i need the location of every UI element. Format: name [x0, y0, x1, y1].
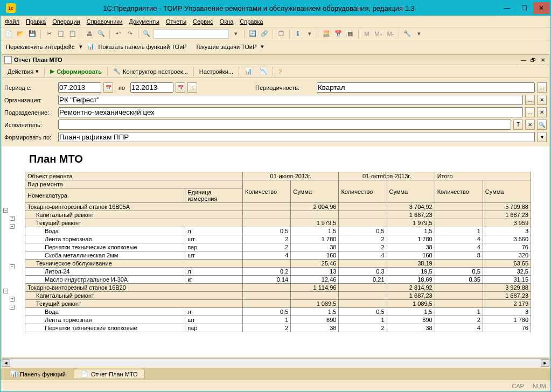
org-input[interactable] [58, 95, 523, 105]
unit-clear-button[interactable]: ✕ [537, 107, 547, 117]
minimize-button[interactable]: — [499, 2, 515, 14]
m-plus-icon[interactable]: M+ [374, 29, 383, 39]
unit-select-button[interactable]: … [525, 107, 535, 117]
save-icon[interactable]: 💾 [27, 29, 37, 39]
new-icon[interactable]: 📄 [4, 29, 13, 39]
tools-dropdown-icon[interactable]: ▾ [414, 29, 424, 39]
formby-input[interactable] [58, 132, 535, 142]
exec-input[interactable] [58, 120, 511, 130]
menu-references[interactable]: Справочники [87, 18, 123, 25]
date-range-button[interactable]: … [187, 82, 197, 93]
collapse-icon[interactable]: − [10, 305, 15, 310]
switch-interface-button[interactable]: Переключить интерфейс [4, 44, 77, 50]
tab-panel[interactable]: 📊 Панель функций [3, 369, 73, 379]
unit-input[interactable] [58, 107, 523, 117]
date-to-picker-icon[interactable]: 📅 [176, 82, 185, 93]
table-row[interactable]: Водал0,51,50,51,513 [25, 227, 531, 235]
action-icon2[interactable]: 📉 [256, 67, 270, 76]
list-icon[interactable]: ▦ [345, 29, 355, 39]
panel-icon[interactable]: 📊 [87, 43, 94, 50]
table-row[interactable]: Токарно-винторезный станок 16В201 114,96… [25, 284, 531, 292]
scroll-right-icon[interactable]: ► [541, 359, 549, 367]
help-icon[interactable]: ? [275, 67, 285, 76]
search-dropdown-icon[interactable]: ▾ [231, 29, 241, 39]
table-row[interactable]: Перчатки технические хлопковыепар2382384… [25, 324, 531, 332]
settings-button[interactable]: Настройки... [196, 67, 236, 76]
link-icon[interactable]: 🔗 [260, 29, 269, 39]
info-icon[interactable]: ℹ [293, 29, 303, 39]
doc-restore-button[interactable]: 🗗 [529, 56, 537, 64]
periodicity-input[interactable] [317, 82, 535, 93]
redo-icon[interactable]: ↷ [125, 29, 135, 39]
expand-icon[interactable]: + [10, 297, 15, 302]
doc-minimize-button[interactable]: — [520, 56, 527, 64]
exec-clear-button[interactable]: ✕ [525, 120, 535, 130]
tasks-dropdown-icon[interactable]: ▾ [261, 43, 264, 50]
menu-help[interactable]: Справка [240, 18, 263, 25]
table-row[interactable]: Перчатки технические хлопковыепар2382384… [25, 243, 531, 251]
org-select-button[interactable]: … [525, 95, 535, 105]
formby-dropdown-button[interactable]: ▾ [537, 132, 547, 142]
action-icon1[interactable]: 📊 [241, 67, 255, 76]
horizontal-scrollbar[interactable]: ◄ ► [2, 358, 549, 367]
menu-reports[interactable]: Отчеты [166, 18, 186, 25]
collapse-icon[interactable]: − [10, 264, 15, 269]
maximize-button[interactable]: ☐ [516, 2, 532, 14]
menu-file[interactable]: Файл [5, 18, 19, 25]
table-row[interactable]: Масло индустриальное И-30Акг0,1412,460,2… [25, 276, 531, 284]
exec-type-button[interactable]: T [513, 120, 523, 130]
menu-service[interactable]: Сервис [193, 18, 213, 25]
org-clear-button[interactable]: ✕ [537, 95, 547, 105]
collapse-icon[interactable]: − [10, 224, 15, 229]
info-dropdown-icon[interactable]: ▾ [305, 29, 315, 39]
undo-icon[interactable]: ↶ [113, 29, 123, 39]
constructor-button[interactable]: 🔧 Конструктор настроек... [110, 67, 191, 76]
date-from-input[interactable] [58, 82, 101, 93]
date-from-picker-icon[interactable]: 📅 [103, 82, 113, 93]
search-icon[interactable]: 🔍 [142, 29, 151, 39]
refresh-icon[interactable]: 🔄 [248, 29, 257, 39]
tools-icon[interactable]: 🔧 [402, 29, 412, 39]
show-panel-button[interactable]: Показать панель функций ТОиР [96, 44, 189, 50]
search-input[interactable] [154, 29, 229, 39]
table-row[interactable]: Лента тормознаяшт21 78021 78043 560 [25, 235, 531, 243]
actions-button[interactable]: Действия ▾ [4, 67, 42, 76]
scroll-left-icon[interactable]: ◄ [2, 359, 10, 367]
cut-icon[interactable]: ✂ [44, 29, 54, 39]
calc-icon[interactable]: 🧮 [322, 29, 331, 39]
print-icon[interactable]: 🖶 [85, 29, 94, 39]
windows-icon[interactable]: ❐ [276, 29, 286, 39]
table-row[interactable]: Текущий ремонт1 979,51 979,53 959 [25, 219, 531, 227]
open-icon[interactable]: 📂 [16, 29, 25, 39]
table-row[interactable]: Лента тормознаяшт1890189021 780 [25, 316, 531, 324]
collapse-icon[interactable]: − [3, 289, 8, 293]
copy-icon[interactable]: 📋 [56, 29, 66, 39]
menu-operations[interactable]: Операции [52, 18, 80, 25]
menu-windows[interactable]: Окна [220, 18, 234, 25]
date-to-input[interactable] [130, 82, 173, 93]
table-row[interactable]: Техническое обслуживание25,4638,1963,65 [25, 260, 531, 268]
table-row[interactable]: Скоба металлическая 2ммшт416041608320 [25, 251, 531, 260]
m-icon[interactable]: M [362, 29, 372, 39]
switch-dropdown-icon[interactable]: ▾ [79, 43, 82, 50]
menu-documents[interactable]: Документы [129, 18, 159, 25]
m-minus-icon[interactable]: M- [386, 29, 395, 39]
expand-icon[interactable]: + [10, 216, 15, 221]
periodicity-select-button[interactable]: … [537, 82, 547, 93]
table-row[interactable]: Капитальный ремонт1 687,231 687,23 [25, 292, 531, 300]
preview-icon[interactable]: 🔍 [96, 29, 106, 39]
form-button[interactable]: ▶Сформировать [47, 67, 105, 76]
report-area[interactable]: −+−−−+− План МТО Объект ремонта 01-июля-… [2, 146, 549, 358]
doc-close-button[interactable]: ✕ [539, 56, 547, 64]
table-row[interactable]: Текущий ремонт1 089,51 089,52 179 [25, 300, 531, 308]
tab-report[interactable]: 📄 Отчет План МТО [74, 369, 145, 379]
current-tasks-button[interactable]: Текущие задачи ТОиР [193, 44, 259, 50]
table-row[interactable]: Литол-24л0,2130,319,50,532,5 [25, 268, 531, 276]
close-button[interactable]: ✕ [533, 2, 549, 14]
exec-search-button[interactable]: 🔍 [537, 120, 547, 130]
table-row[interactable]: Токарно-винторезный станок 16В05А2 004,9… [25, 203, 531, 211]
paste-icon[interactable]: 📋 [68, 29, 78, 39]
collapse-icon[interactable]: − [3, 208, 8, 213]
menu-edit[interactable]: Правка [26, 18, 46, 25]
calendar-icon[interactable]: 📅 [333, 29, 343, 39]
